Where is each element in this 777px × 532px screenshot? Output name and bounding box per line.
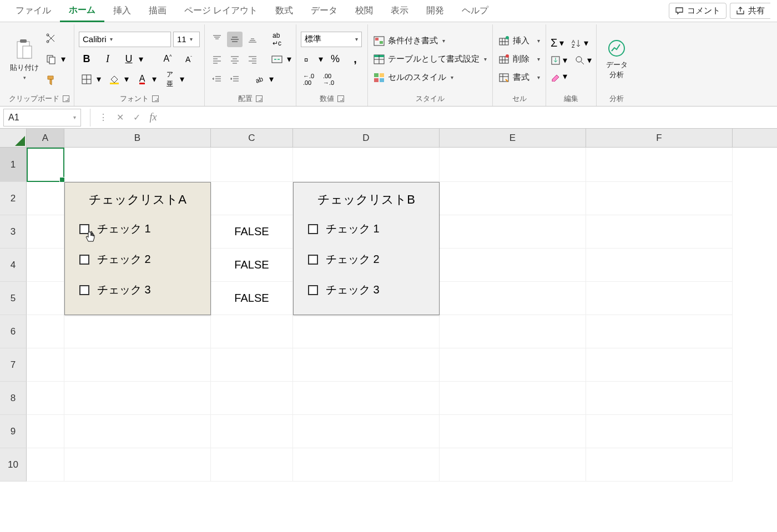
row-header-2[interactable]: 2 [0, 182, 27, 215]
tab-insert[interactable]: 挿入 [104, 1, 140, 21]
cell-E5[interactable] [440, 282, 586, 315]
col-header-B[interactable]: B [64, 129, 211, 147]
row-header-5[interactable]: 5 [0, 282, 27, 315]
comma-button[interactable]: , [347, 52, 363, 67]
cell-D6[interactable] [293, 315, 440, 348]
cell-E2[interactable] [440, 182, 586, 215]
enter-button[interactable]: ✓ [128, 109, 145, 126]
checkbox-A-3[interactable] [79, 285, 89, 295]
tab-home[interactable]: ホーム [60, 0, 104, 22]
cell-A10[interactable] [27, 448, 64, 482]
cancel-button[interactable]: ✕ [112, 109, 128, 126]
name-box[interactable]: A1▾ [3, 109, 81, 126]
checkbox-B-3[interactable] [308, 285, 318, 295]
fx-button[interactable]: fx [145, 109, 162, 126]
cell-F7[interactable] [586, 348, 733, 382]
orientation-button[interactable]: ab [251, 72, 267, 87]
cell-C5[interactable]: FALSE [211, 282, 293, 315]
fill-color-button[interactable] [107, 72, 122, 87]
row-header-6[interactable]: 6 [0, 315, 27, 348]
cell-E10[interactable] [440, 448, 586, 482]
cell-F5[interactable] [586, 282, 733, 315]
cell-D10[interactable] [293, 448, 440, 482]
decrease-decimal-button[interactable]: .00→.0 [321, 72, 336, 87]
accounting-button[interactable]: ¤ [301, 52, 316, 67]
formula-input[interactable] [162, 109, 777, 126]
font-name-combo[interactable]: Calibri▾ [79, 32, 171, 47]
cell-B9[interactable] [64, 415, 211, 448]
chevron-down-icon[interactable]: ▾ [152, 74, 157, 84]
cell-A7[interactable] [27, 348, 64, 382]
row-header-9[interactable]: 9 [0, 415, 27, 448]
col-header-C[interactable]: C [211, 129, 293, 147]
cell-C8[interactable] [211, 382, 293, 415]
cell-A3[interactable] [27, 215, 64, 249]
table-format-button[interactable]: テーブルとして書式設定▾ [372, 53, 488, 65]
fill-button[interactable]: ▾ [563, 55, 567, 65]
cell-C7[interactable] [211, 348, 293, 382]
cell-E9[interactable] [440, 415, 586, 448]
decrease-indent-button[interactable] [209, 72, 225, 87]
find-button[interactable]: ▾ [587, 55, 592, 65]
cell-F2[interactable] [586, 182, 733, 215]
cell-F9[interactable] [586, 415, 733, 448]
data-analysis-button[interactable]: データ 分析 [601, 39, 632, 80]
align-center-button[interactable] [227, 52, 243, 67]
format-cells-button[interactable]: 書式▾ [497, 71, 541, 84]
col-header-A[interactable]: A [27, 129, 64, 147]
percent-button[interactable]: % [327, 52, 343, 67]
number-format-combo[interactable]: 標準▾ [301, 32, 362, 47]
copy-button[interactable] [43, 52, 59, 67]
font-size-combo[interactable]: 11▾ [173, 32, 200, 47]
align-left-button[interactable] [209, 52, 225, 67]
cell-F6[interactable] [586, 315, 733, 348]
col-header-E[interactable]: E [440, 129, 586, 147]
cell-E8[interactable] [440, 382, 586, 415]
checkbox-B-1[interactable] [308, 224, 318, 234]
chevron-down-icon[interactable]: ▾ [319, 54, 323, 64]
row-header-10[interactable]: 10 [0, 448, 27, 482]
cell-A5[interactable] [27, 282, 64, 315]
cut-button[interactable] [43, 31, 59, 46]
cell-B10[interactable] [64, 448, 211, 482]
comments-button[interactable]: コメント [669, 3, 726, 19]
cell-B7[interactable] [64, 348, 211, 382]
cell-C6[interactable] [211, 315, 293, 348]
cell-D7[interactable] [293, 348, 440, 382]
format-painter-button[interactable] [43, 73, 59, 88]
cell-C3[interactable]: FALSE [211, 215, 293, 249]
cell-E3[interactable] [440, 215, 586, 249]
cell-D9[interactable] [293, 415, 440, 448]
cell-A9[interactable] [27, 415, 64, 448]
tab-help[interactable]: ヘルプ [453, 1, 497, 21]
launcher-icon[interactable] [337, 95, 344, 102]
chevron-down-icon[interactable]: ▾ [97, 74, 101, 84]
cell-A4[interactable] [27, 249, 64, 282]
cell-A8[interactable] [27, 382, 64, 415]
wrap-text-button[interactable]: ab↵c [269, 32, 285, 47]
merge-button[interactable] [269, 52, 285, 67]
paste-button[interactable]: 貼り付け ▾ [9, 38, 40, 80]
chevron-down-icon[interactable]: ▾ [139, 54, 143, 64]
decrease-font-button[interactable]: Aˇ [181, 52, 196, 67]
share-button[interactable]: 共有 [730, 3, 770, 19]
col-header-F[interactable]: F [586, 129, 733, 147]
tab-formulas[interactable]: 数式 [266, 1, 302, 21]
autosum-button[interactable]: ▾ [559, 38, 564, 48]
row-header-1[interactable]: 1 [0, 148, 27, 182]
checkbox-B-2[interactable] [308, 255, 318, 265]
tab-review[interactable]: 校閲 [346, 1, 382, 21]
cell-F3[interactable] [586, 215, 733, 249]
cell-B6[interactable] [64, 315, 211, 348]
insert-cells-button[interactable]: 挿入▾ [497, 34, 541, 47]
increase-decimal-button[interactable]: ←.0.00 [301, 72, 316, 87]
cell-C9[interactable] [211, 415, 293, 448]
tab-developer[interactable]: 開発 [417, 1, 453, 21]
chevron-down-icon[interactable]: ▾ [61, 54, 65, 64]
italic-button[interactable]: I [100, 52, 115, 67]
clear-button[interactable]: ▾ [563, 71, 567, 82]
align-top-button[interactable] [209, 32, 225, 47]
cell-F10[interactable] [586, 448, 733, 482]
font-color-button[interactable]: A [134, 72, 150, 87]
conditional-format-button[interactable]: 条件付き書式▾ [372, 34, 488, 47]
